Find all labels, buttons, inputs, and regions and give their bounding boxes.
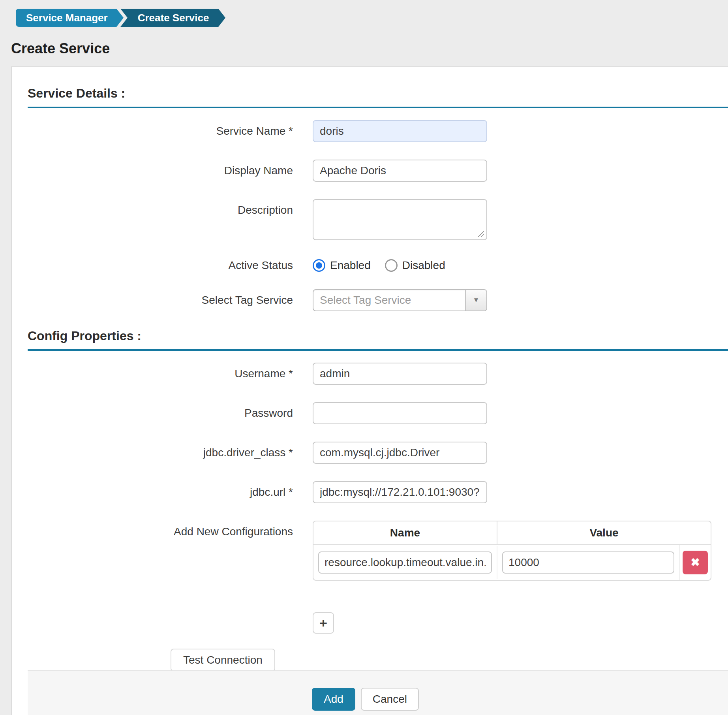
display-name-label: Display Name — [28, 160, 293, 177]
radio-unselected-icon[interactable] — [385, 259, 398, 272]
active-status-row: Active Status Enabled Disabled — [28, 259, 728, 272]
description-textarea[interactable] — [313, 199, 487, 240]
add-new-configurations-row: Add New Configurations Name Value — [28, 521, 728, 581]
section-heading-config-properties: Config Properties : — [28, 329, 728, 343]
active-status-enabled-option[interactable]: Enabled — [313, 259, 371, 272]
add-config-row-button[interactable]: + — [313, 612, 334, 634]
radio-selected-icon[interactable] — [313, 259, 325, 272]
select-tag-service-row: Select Tag Service Select Tag Service ▼ — [28, 289, 728, 311]
add-button[interactable]: Add — [312, 688, 355, 711]
config-value-input[interactable] — [502, 551, 674, 574]
active-status-disabled-option[interactable]: Disabled — [385, 259, 445, 272]
close-icon: ✖ — [690, 556, 700, 568]
password-label: Password — [28, 402, 293, 420]
section-rule — [28, 349, 728, 351]
cancel-button[interactable]: Cancel — [361, 688, 419, 711]
select-tag-service-placeholder: Select Tag Service — [313, 294, 465, 307]
page-title: Create Service — [11, 40, 728, 57]
config-table: Name Value ✖ — [313, 521, 711, 581]
config-table-header: Name Value — [313, 521, 711, 545]
enabled-option-label: Enabled — [330, 259, 371, 272]
username-label: Username * — [28, 363, 293, 380]
select-tag-service-dropdown[interactable]: Select Tag Service ▼ — [313, 289, 487, 311]
jdbc-driver-class-input[interactable] — [313, 442, 487, 464]
config-name-input[interactable] — [318, 551, 492, 574]
jdbc-url-input[interactable] — [313, 481, 487, 503]
test-connection-button[interactable]: Test Connection — [171, 649, 275, 672]
disabled-option-label: Disabled — [402, 259, 445, 272]
jdbc-driver-class-label: jdbc.driver_class * — [28, 442, 293, 459]
active-status-label: Active Status — [28, 259, 293, 272]
jdbc-driver-class-row: jdbc.driver_class * — [28, 442, 728, 464]
breadcrumb: Service Manager Create Service — [16, 9, 728, 27]
username-row: Username * — [28, 363, 728, 385]
display-name-input[interactable] — [313, 160, 487, 182]
create-service-form: Service Details : Service Name * Display… — [12, 67, 728, 672]
display-name-row: Display Name — [28, 160, 728, 182]
section-heading-service-details: Service Details : — [28, 86, 728, 101]
config-table-row: ✖ — [313, 545, 711, 580]
service-name-row: Service Name * — [28, 120, 728, 142]
jdbc-url-label: jdbc.url * — [28, 481, 293, 499]
description-label: Description — [28, 199, 293, 216]
add-new-configurations-label: Add New Configurations — [28, 521, 293, 538]
description-row: Description — [28, 199, 728, 242]
username-input[interactable] — [313, 363, 487, 385]
chevron-down-icon[interactable]: ▼ — [465, 290, 486, 310]
breadcrumb-service-manager[interactable]: Service Manager — [16, 9, 116, 27]
select-tag-service-label: Select Tag Service — [28, 289, 293, 307]
form-actions-bar: Add Cancel — [28, 670, 728, 715]
breadcrumb-create-service[interactable]: Create Service — [128, 9, 219, 27]
config-name-column-header: Name — [313, 521, 497, 544]
section-rule — [28, 107, 728, 108]
service-name-input[interactable] — [313, 120, 487, 142]
jdbc-url-row: jdbc.url * — [28, 481, 728, 503]
service-name-label: Service Name * — [28, 120, 293, 137]
config-value-column-header: Value — [497, 521, 711, 544]
password-input[interactable] — [313, 402, 487, 424]
create-service-panel: Service Details : Service Name * Display… — [11, 66, 728, 715]
password-row: Password — [28, 402, 728, 424]
delete-config-button[interactable]: ✖ — [683, 551, 708, 574]
